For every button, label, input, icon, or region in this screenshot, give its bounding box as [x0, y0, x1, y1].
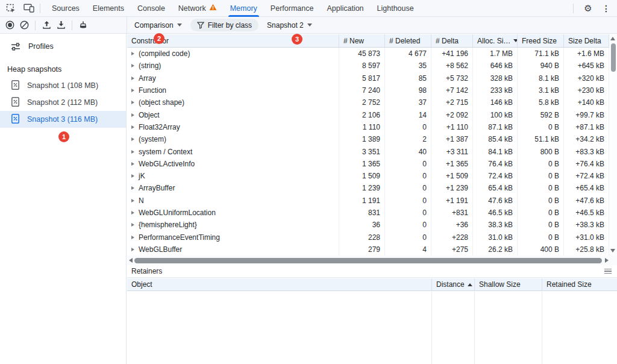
- heap-row[interactable]: jK1 5090+1 50972.4 kB0 B+72.4 kB: [127, 170, 609, 182]
- expand-arrow-icon[interactable]: [131, 101, 134, 104]
- heap-row[interactable]: PerformanceEventTiming2280+22831.0 kB0 B…: [127, 231, 609, 243]
- heap-row[interactable]: WebGLUniformLocation8310+83146.5 kB0 B+4…: [127, 207, 609, 219]
- horizontal-scrollbar[interactable]: [127, 256, 617, 265]
- scroll-left-arrow-icon[interactable]: [129, 258, 133, 263]
- constructor-cell[interactable]: {hemisphereLight}: [127, 219, 339, 231]
- vertical-scrollbar[interactable]: [609, 34, 617, 256]
- expand-arrow-icon[interactable]: [131, 199, 134, 202]
- heap-row[interactable]: {hemisphereLight}360+3638.3 kB0 B+38.3 k…: [127, 219, 609, 231]
- tab-console[interactable]: Console: [131, 0, 172, 17]
- tab-lighthouse[interactable]: Lighthouse: [371, 0, 421, 17]
- constructor-cell[interactable]: WebGLUniformLocation: [127, 207, 339, 219]
- perspective-select[interactable]: Comparison: [134, 21, 182, 30]
- tab-performance[interactable]: Performance: [264, 0, 321, 17]
- expand-arrow-icon[interactable]: [131, 162, 134, 166]
- heap-row[interactable]: ArrayBuffer1 2390+1 23965.4 kB0 B+65.4 k…: [127, 182, 609, 194]
- constructor-cell[interactable]: Float32Array: [127, 121, 339, 133]
- expand-arrow-icon[interactable]: [131, 186, 134, 190]
- constructor-cell[interactable]: (string): [127, 60, 339, 72]
- expand-arrow-icon[interactable]: [131, 223, 134, 227]
- column-header-alloc-si-[interactable]: Alloc. Si…: [473, 34, 518, 47]
- expand-arrow-icon[interactable]: [131, 211, 134, 215]
- load-profile-button[interactable]: [54, 18, 68, 33]
- record-heap-snapshot-button[interactable]: [2, 18, 17, 33]
- heap-row[interactable]: N1 1910+1 19147.6 kB0 B+47.6 kB: [127, 195, 609, 207]
- constructor-cell[interactable]: Function: [127, 84, 339, 96]
- value-cell: 0 B: [518, 195, 564, 207]
- scroll-right-arrow-icon[interactable]: [605, 258, 609, 263]
- heap-row[interactable]: (object shape)2 75237+2 715146 kB5.8 kB+…: [127, 96, 609, 108]
- sidebar-item-snapshot-1[interactable]: Snapshot 1 (108 MB): [0, 77, 126, 94]
- constructor-cell[interactable]: N: [127, 195, 339, 207]
- retainers-column-header-retained-size[interactable]: Retained Size: [542, 278, 617, 290]
- expand-arrow-icon[interactable]: [131, 52, 134, 55]
- tab-memory[interactable]: Memory: [224, 0, 264, 17]
- value-cell: 1 365: [339, 158, 385, 170]
- column-header-size-delta[interactable]: Size Delta: [564, 34, 609, 47]
- expand-arrow-icon[interactable]: [131, 248, 134, 251]
- constructor-cell[interactable]: WebGLActiveInfo: [127, 158, 339, 170]
- clear-profiles-button[interactable]: [17, 18, 31, 33]
- value-cell: 72.4 kB: [473, 170, 518, 182]
- column-header-freed-size[interactable]: Freed Size: [518, 34, 564, 47]
- constructor-cell[interactable]: jK: [127, 170, 339, 182]
- expand-arrow-icon[interactable]: [131, 89, 134, 92]
- constructor-cell[interactable]: (object shape): [127, 96, 339, 108]
- vertical-scrollbar-thumb[interactable]: [611, 43, 616, 72]
- heap-row[interactable]: WebGLActiveInfo1 3650+1 36576.4 kB0 B+76…: [127, 158, 609, 170]
- heap-row[interactable]: (system)1 3892+1 38785.4 kB51.1 kB+34.2 …: [127, 133, 609, 145]
- retainers-menu-icon[interactable]: [604, 269, 612, 274]
- retainers-column-header-shallow-size[interactable]: Shallow Size: [475, 278, 542, 290]
- retainers-title: Retainers: [131, 267, 162, 275]
- tab-network[interactable]: Network: [172, 0, 224, 17]
- constructor-cell[interactable]: Object: [127, 108, 339, 121]
- heap-row[interactable]: Object2 10614+2 092100 kB592 B+99.7 kB: [127, 108, 609, 121]
- horizontal-scrollbar-thumb[interactable]: [134, 258, 602, 263]
- save-profile-button[interactable]: [39, 18, 54, 33]
- heap-row[interactable]: (compiled code)45 8734 677+41 1961.7 MB7…: [127, 48, 609, 60]
- base-snapshot-select[interactable]: Snapshot 2: [267, 21, 312, 30]
- constructor-cell[interactable]: WebGLBuffer: [127, 243, 339, 256]
- heap-row[interactable]: Array5 81785+5 732328 kB8.1 kB+320 kB: [127, 72, 609, 84]
- heap-row[interactable]: WebGLBuffer2794+27526.2 kB400 B+25.8 kB: [127, 243, 609, 256]
- expand-arrow-icon[interactable]: [131, 174, 134, 178]
- constructor-cell[interactable]: PerformanceEventTiming: [127, 231, 339, 243]
- inspect-element-button[interactable]: [4, 1, 18, 16]
- constructor-cell[interactable]: ArrayBuffer: [127, 182, 339, 194]
- delete-selected-button[interactable]: [76, 18, 90, 33]
- tab-elements[interactable]: Elements: [86, 0, 131, 17]
- heap-row[interactable]: system / Context3 35140+3 31184.1 kB800 …: [127, 145, 609, 157]
- heap-row[interactable]: Float32Array1 1100+1 11087.1 kB0 B+87.1 …: [127, 121, 609, 133]
- constructor-cell[interactable]: (compiled code): [127, 48, 339, 60]
- constructor-cell[interactable]: Array: [127, 72, 339, 84]
- sidebar-item-profiles[interactable]: Profiles: [0, 37, 126, 55]
- device-toolbar-button[interactable]: [22, 1, 36, 16]
- sidebar-item-snapshot-2[interactable]: Snapshot 2 (112 MB): [0, 94, 126, 111]
- scroll-down-arrow-icon[interactable]: [610, 249, 615, 253]
- column-header--deleted[interactable]: # Deleted: [385, 34, 431, 47]
- expand-arrow-icon[interactable]: [131, 150, 134, 154]
- constructor-cell[interactable]: (system): [127, 133, 339, 145]
- heap-row[interactable]: (string)8 59735+8 562646 kB940 B+645 kB: [127, 60, 609, 72]
- tune-icon: [11, 42, 20, 51]
- heap-row[interactable]: Function7 24098+7 142233 kB3.1 kB+230 kB: [127, 84, 609, 96]
- sidebar-item-snapshot-3[interactable]: Snapshot 3 (116 MB): [0, 111, 126, 128]
- expand-arrow-icon[interactable]: [131, 64, 134, 67]
- scroll-up-arrow-icon[interactable]: [610, 37, 615, 40]
- constructor-cell[interactable]: system / Context: [127, 145, 339, 157]
- column-header--new[interactable]: # New: [339, 34, 385, 47]
- tab-sources[interactable]: Sources: [45, 0, 86, 17]
- retainers-column-header-distance[interactable]: Distance: [432, 278, 475, 290]
- expand-arrow-icon[interactable]: [131, 113, 134, 117]
- settings-button[interactable]: ⚙: [581, 1, 595, 16]
- expand-arrow-icon[interactable]: [131, 236, 134, 239]
- tab-application[interactable]: Application: [320, 0, 370, 17]
- expand-arrow-icon[interactable]: [131, 125, 134, 129]
- value-cell: 38.3 kB: [473, 219, 518, 231]
- expand-arrow-icon[interactable]: [131, 137, 134, 141]
- more-menu-button[interactable]: ⋮: [599, 1, 613, 16]
- column-header--delta[interactable]: # Delta: [431, 34, 473, 47]
- class-filter-input[interactable]: Filter by class: [190, 19, 258, 31]
- expand-arrow-icon[interactable]: [131, 77, 134, 80]
- retainers-column-header-object[interactable]: Object: [127, 278, 432, 290]
